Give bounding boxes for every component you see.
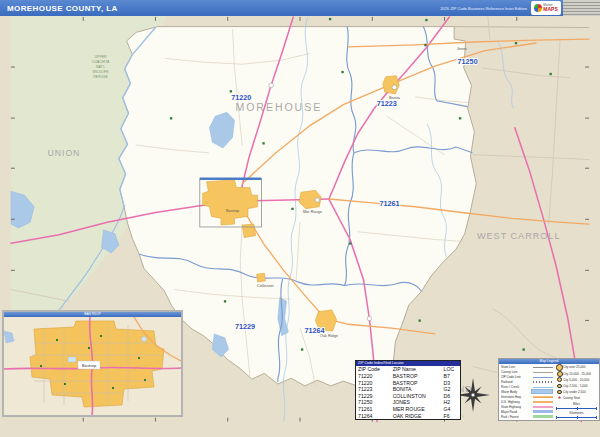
inset-city-label: Bastrop [82, 363, 97, 368]
zip-label-71250: 71250 [458, 57, 478, 66]
legend-item: City 2,500 - 5,000 [556, 384, 597, 389]
neighbor-westcarroll-label: WEST CARROLL [477, 232, 561, 242]
legend-item: Water Body [501, 390, 553, 395]
col-loc: LOC [442, 366, 460, 373]
table-row: 71220BASTROPB7 [356, 373, 460, 380]
interstate-swatch [533, 396, 553, 399]
inset-canvas: Bastrop [4, 317, 181, 415]
zip-label-71261: 71261 [380, 199, 400, 208]
county-name-label: MOREHOUSE [235, 101, 322, 113]
legend-item: State Line [501, 365, 553, 370]
city-label-bonita: Bonita [389, 96, 401, 100]
legend-item: Railroad [501, 380, 553, 385]
city-size-icon [556, 390, 563, 394]
neighbor-union-label: UNION [48, 148, 81, 158]
city-size-icon [556, 384, 563, 389]
zip-label-71223: 71223 [377, 99, 397, 108]
city-collinston [257, 273, 266, 282]
scale-kilometers: Kilometers [556, 412, 597, 419]
table-row: 71261MER ROUGEG4 [356, 406, 460, 413]
copyright-block [563, 0, 600, 16]
table-row: 71220BASTROPD3 [356, 380, 460, 387]
legend-item: City under 2,500 [556, 390, 597, 395]
legend-item: U.S. Highway [501, 400, 553, 405]
svg-text:WILDLIFE: WILDLIFE [93, 70, 110, 74]
svg-text:UPPER: UPPER [95, 55, 107, 59]
us-highway-swatch [533, 401, 553, 404]
city-bonita [383, 76, 399, 94]
logo-burst-icon [534, 4, 542, 12]
railroad-swatch [533, 381, 553, 383]
state-line-swatch [533, 367, 553, 368]
legend-item: Interstate Hwy. [501, 395, 553, 400]
city-label-bastrop: Bastrop [226, 209, 239, 213]
legend-item: ★County Seat [556, 396, 597, 401]
legend-item: City over 25,000 [556, 365, 597, 370]
table-row: 71229COLLINSTOND6 [356, 393, 460, 400]
map-page: MOREHOUSE COUNTY, LA 2026 ZIP Code Busin… [0, 0, 600, 437]
legend-item: County Line [501, 370, 553, 375]
city-label-collinston: Collinston [257, 284, 274, 288]
major-road-swatch [533, 410, 553, 413]
state-highway-swatch [533, 406, 553, 409]
legend-item: Park / Forest [501, 414, 553, 419]
legend-item: ZIP Code Line [501, 375, 553, 380]
edition-label: 2026 ZIP Code Business Reference Inset E… [440, 6, 531, 11]
scale-bar [556, 416, 597, 419]
col-zip-name: ZIP Name [391, 366, 442, 373]
city-size-icon [556, 371, 563, 377]
park-swatch [533, 415, 553, 418]
zip-table-header-row: ZIP Code ZIP Name LOC [356, 366, 460, 373]
city-size-icon [556, 377, 563, 382]
city-label-oak-ridge: Oak Ridge [320, 334, 338, 338]
county-line-swatch [533, 372, 553, 373]
scale-bar [556, 407, 597, 410]
col-zip-code: ZIP Code [356, 366, 391, 373]
legend-line-items: State Line County Line ZIP Code Line Rai… [501, 365, 553, 419]
scale-miles: Miles [556, 403, 597, 410]
map-legend: Map Legend State Line County Line ZIP Co… [498, 358, 600, 421]
county-seat-icon: ★ [556, 396, 563, 401]
legend-item: City 5,000 - 10,000 [556, 377, 597, 382]
logo-maps-text: MAPS [543, 7, 557, 12]
legend-city-items: City over 25,000 City 10,000 - 25,000 Ci… [556, 365, 597, 419]
legend-item: Major Road [501, 409, 553, 414]
table-row: 71250JONESH2 [356, 399, 460, 406]
marketmaps-logo: Market MAPS [531, 1, 561, 15]
river-swatch [533, 387, 553, 388]
bastrop-inset-map: BASTROP Bastrop [2, 310, 183, 417]
svg-text:REFUGE: REFUGE [93, 75, 108, 79]
zip-label-71229: 71229 [235, 322, 255, 331]
page-title: MOREHOUSE COUNTY, LA [0, 4, 118, 13]
legend-item: City 10,000 - 25,000 [556, 371, 597, 376]
zip-label-71220: 71220 [231, 93, 251, 102]
table-row: 71223BONITAG2 [356, 386, 460, 393]
svg-text:OUACHITA: OUACHITA [92, 60, 110, 64]
svg-text:NAT'L: NAT'L [96, 65, 105, 69]
header-bar: MOREHOUSE COUNTY, LA 2026 ZIP Code Busin… [0, 0, 600, 16]
zip-index-table: ZIP Code Index/Grid Locator ZIP Code ZIP… [355, 360, 461, 420]
table-row: 71264OAK RIDGEF6 [356, 413, 460, 420]
zip-line-swatch [533, 377, 553, 378]
city-label-mer-rouge: Mer Rouge [303, 210, 322, 214]
city-label-jones: Jones [457, 47, 467, 51]
legend-item: State Highway [501, 405, 553, 410]
